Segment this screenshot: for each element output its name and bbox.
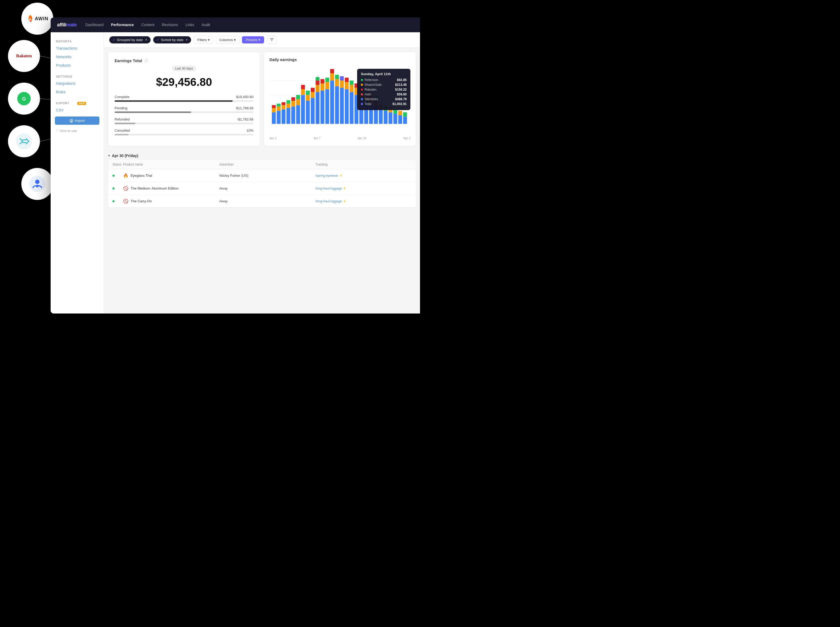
sidebar-item-rules[interactable]: Rules bbox=[50, 88, 104, 96]
advertiser-1: Warby Parker (US) bbox=[219, 173, 316, 178]
presets-button[interactable]: Presets ▾ bbox=[242, 36, 264, 43]
sidebar-section-export: EXPORT bbox=[50, 99, 75, 106]
svg-rect-26 bbox=[296, 105, 300, 124]
flash-icon-3: ⚡ bbox=[343, 200, 346, 203]
top-nav: affilimate Dashboard Performance Content… bbox=[50, 17, 420, 32]
tracking-cell-3[interactable]: /long-haul-luggage ⚡ bbox=[315, 199, 412, 203]
svg-point-4 bbox=[35, 180, 39, 184]
svg-rect-37 bbox=[311, 88, 315, 92]
info-icon[interactable]: i bbox=[144, 59, 148, 63]
tracking-cell-2[interactable]: /long-haul-luggage ⚡ bbox=[315, 187, 412, 190]
svg-rect-90 bbox=[403, 112, 407, 117]
rakuten-label: Rakuten bbox=[16, 54, 32, 58]
pending-amount: $11,788.66 bbox=[236, 106, 253, 110]
complete-progress-bg bbox=[115, 100, 253, 102]
nav-link-content[interactable]: Content bbox=[141, 23, 154, 27]
chip-grouped-by-date[interactable]: ✓ Grouped by date ✕ bbox=[109, 36, 151, 43]
nav-link-links[interactable]: Links bbox=[186, 23, 194, 27]
how-to-use-link[interactable]: ? How to use bbox=[50, 127, 104, 134]
status-cell-2 bbox=[112, 187, 123, 189]
sidebar-item-transactions[interactable]: Transactions bbox=[50, 44, 104, 52]
gj-icon: G bbox=[17, 92, 31, 105]
refunded-progress-fill bbox=[115, 123, 135, 124]
table-row[interactable]: 🚫 The Carry-On Away /long-haul-luggage ⚡ bbox=[108, 195, 416, 207]
sidebar-item-integrations[interactable]: Integrations bbox=[50, 79, 104, 88]
svg-rect-18 bbox=[282, 105, 286, 109]
total-value: $1,002.91 bbox=[393, 102, 407, 106]
main-layout: REPORTS Transactions Networks Products S… bbox=[50, 32, 420, 314]
sidebar-section-settings: SETTINGS bbox=[50, 73, 104, 79]
sidebar-item-products[interactable]: Products bbox=[50, 61, 104, 69]
sidebar-item-networks[interactable]: Networks bbox=[50, 52, 104, 61]
svg-rect-58 bbox=[345, 89, 349, 124]
svg-rect-63 bbox=[350, 80, 354, 85]
svg-rect-85 bbox=[393, 114, 397, 124]
nav-link-performance[interactable]: Performance bbox=[111, 23, 134, 27]
earnings-row-complete-header: Complete $19,450.80 bbox=[115, 95, 253, 99]
svg-rect-28 bbox=[296, 95, 300, 99]
chip-sorted-by-date[interactable]: ✓ Sorted by date ✕ bbox=[153, 36, 191, 43]
svg-rect-29 bbox=[301, 95, 305, 124]
svg-rect-61 bbox=[350, 92, 354, 124]
nav-links: Dashboard Performance Content Revisions … bbox=[85, 23, 210, 27]
data-section: ▾ Apr 30 (Friday) Status Product name Ad… bbox=[104, 150, 420, 212]
chip1-close-icon[interactable]: ✕ bbox=[145, 38, 147, 42]
svg-rect-44 bbox=[321, 83, 325, 91]
tooltip-row-awin: Awin $59.60 bbox=[361, 93, 407, 96]
presets-label: Presets bbox=[246, 38, 258, 42]
complete-label: Complete bbox=[115, 95, 129, 99]
import-label: Import bbox=[75, 119, 85, 123]
table-row[interactable]: 🔥 Eyeglass Trial Warby Parker (US) /spri… bbox=[108, 169, 416, 182]
svg-rect-36 bbox=[311, 92, 315, 98]
svg-rect-56 bbox=[340, 80, 344, 88]
rakuten-dot bbox=[361, 88, 363, 91]
svg-rect-22 bbox=[286, 100, 291, 104]
product-name-1: Eyeglass Trial bbox=[131, 173, 152, 178]
svg-text:G: G bbox=[22, 96, 26, 102]
nav-link-audit[interactable]: Audit bbox=[202, 23, 210, 27]
svg-rect-87 bbox=[398, 115, 402, 124]
tooltip-date: Sunday, April 11th bbox=[361, 72, 407, 76]
col-advertiser: Advertiser bbox=[219, 162, 316, 166]
tooltip-row-refersion: Refersion $92.85 bbox=[361, 78, 407, 82]
svg-rect-62 bbox=[350, 85, 354, 92]
date-group-header[interactable]: ▾ Apr 30 (Friday) bbox=[108, 150, 416, 160]
cancelled-progress-fill bbox=[115, 134, 129, 135]
tracking-link-3: /long-haul-luggage bbox=[315, 199, 341, 203]
refersion-label: Refersion bbox=[365, 78, 395, 82]
nav-link-dashboard[interactable]: Dashboard bbox=[85, 23, 104, 27]
refunded-progress-bg bbox=[115, 123, 253, 124]
sidebar-item-csv[interactable]: CSV bbox=[50, 106, 104, 114]
brand-gj: G bbox=[8, 83, 40, 115]
chevron-down-icon: ▾ bbox=[208, 38, 210, 42]
chart-title: Daily earnings bbox=[269, 57, 411, 62]
status-cell-1 bbox=[112, 175, 123, 177]
tracking-cell-1[interactable]: /spring-eyewear ⚡ bbox=[315, 174, 412, 178]
svg-rect-24 bbox=[291, 101, 295, 107]
filters-button[interactable]: Filters ▾ bbox=[194, 36, 213, 44]
svg-rect-52 bbox=[335, 87, 339, 124]
nav-link-revisions[interactable]: Revisions bbox=[162, 23, 178, 27]
adjust-columns-button[interactable] bbox=[267, 35, 277, 44]
svg-rect-49 bbox=[330, 80, 334, 124]
svg-rect-25 bbox=[291, 97, 295, 101]
chip2-close-icon[interactable]: ✕ bbox=[186, 38, 188, 42]
product-cell-3: 🚫 The Carry-On bbox=[123, 198, 219, 204]
two-column-section: Earnings Total i Last 30 days $29,456.80… bbox=[104, 48, 420, 150]
cancelled-progress-bg bbox=[115, 134, 253, 135]
export-new-badge: NEW bbox=[77, 102, 86, 105]
brand-ff bbox=[8, 125, 40, 157]
columns-button[interactable]: Columns ▾ bbox=[216, 36, 239, 44]
product-cell-2: 🚫 The Medium: Aluminum Edition bbox=[123, 186, 219, 191]
svg-rect-46 bbox=[326, 89, 329, 124]
svg-rect-83 bbox=[389, 112, 393, 124]
tooltip-row-skimlinks: Skimlinks $486.79 bbox=[361, 97, 407, 101]
sidebar: REPORTS Transactions Networks Products S… bbox=[50, 32, 104, 314]
data-table: Status Product name Advertiser Tracking … bbox=[108, 160, 416, 207]
how-to-use-label: How to use bbox=[60, 129, 77, 133]
import-button[interactable]: Import bbox=[55, 117, 99, 125]
shareasale-value: $213.45 bbox=[395, 83, 407, 87]
svg-rect-38 bbox=[316, 92, 319, 124]
app-window: affilimate Dashboard Performance Content… bbox=[50, 17, 420, 314]
table-row[interactable]: 🚫 The Medium: Aluminum Edition Away /lon… bbox=[108, 182, 416, 195]
